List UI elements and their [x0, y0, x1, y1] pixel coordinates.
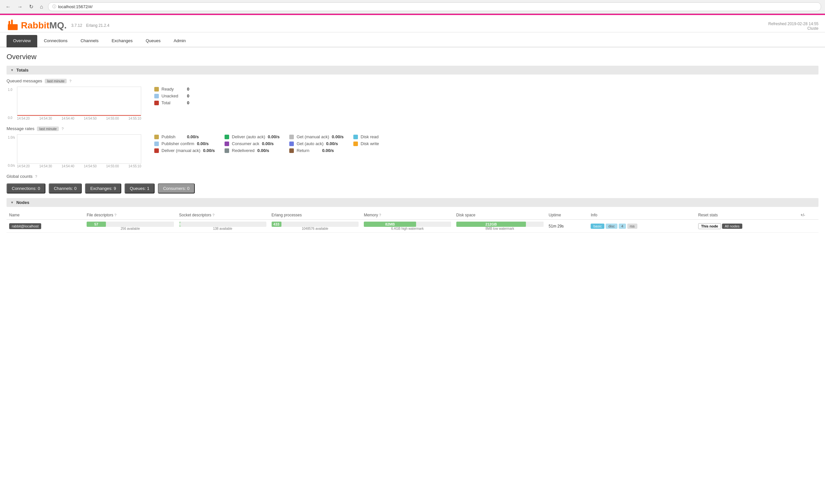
consumers-count[interactable]: Consumers: 0: [158, 184, 195, 194]
tab-channels[interactable]: Channels: [74, 35, 105, 48]
socket-desc-available: 138 available: [179, 227, 267, 230]
rates-col-2: Deliver (auto ack) 0.00/s Consumer ack 0…: [225, 134, 280, 153]
col-reset-stats: Reset stats: [695, 211, 798, 220]
publisher-confirm-color: [154, 142, 159, 146]
badge-rss[interactable]: rss: [627, 224, 638, 229]
deliver-auto-color: [225, 135, 229, 139]
return-color: [289, 148, 294, 153]
info-cell: basic disc 4 rss: [588, 220, 695, 233]
total-label: Total: [161, 100, 184, 105]
rates-chart: [17, 134, 141, 164]
tab-exchanges[interactable]: Exchanges: [105, 35, 139, 48]
legend-disk-write: Disk write: [353, 141, 392, 146]
badge-4[interactable]: 4: [619, 224, 626, 229]
tab-overview[interactable]: Overview: [7, 35, 37, 48]
x-label-4: 14:54:50: [84, 117, 97, 120]
x-label-2: 14:54:30: [39, 117, 52, 120]
disk-write-label: Disk write: [361, 141, 383, 146]
version-number: 3.7.12: [71, 23, 82, 28]
this-node-button[interactable]: This node: [698, 223, 721, 229]
legend-return: Return 0.00/s: [289, 148, 344, 153]
nodes-header-row: Name File descriptors ? Socket descripto…: [7, 211, 818, 220]
rx-label-2: 14:54:30: [39, 164, 52, 168]
rx-label-3: 14:54:40: [62, 164, 74, 168]
memory-fill: 82MB: [364, 222, 416, 227]
tab-connections[interactable]: Connections: [37, 35, 74, 48]
reload-button[interactable]: ↻: [27, 3, 35, 10]
logo-area: RabbitMQ. 3.7.12 Erlang 21.2.4: [7, 19, 109, 32]
queued-help-icon[interactable]: ?: [69, 79, 71, 83]
consumer-ack-color: [225, 142, 229, 146]
ready-label: Ready: [161, 87, 184, 91]
queued-messages-label: Queued messages last minute ?: [7, 78, 818, 83]
last-minute-badge: last minute: [45, 79, 67, 83]
return-label: Return: [296, 148, 319, 153]
badge-disc[interactable]: disc: [606, 224, 617, 229]
x-label-1: 14:54:20: [17, 117, 30, 120]
nodes-table: Name File descriptors ? Socket descripto…: [7, 211, 818, 233]
get-auto-color: [289, 142, 294, 146]
erlang-proc-available: 1048576 available: [272, 227, 359, 230]
rx-label-5: 14:55:00: [106, 164, 119, 168]
message-rates-label: Message rates last minute ?: [7, 126, 818, 131]
totals-section-header: ▼ Totals: [7, 66, 818, 75]
get-manual-label: Get (manual ack): [296, 134, 329, 139]
legend-deliver-manual: Deliver (manual ack) 0.00/s: [154, 148, 215, 153]
refresh-info: Refreshed 2019-02-28 14:55: [768, 20, 818, 26]
rates-chart-wrapper: 1.0/s 0.0/s 14:54:20 14:54:30 14:54:40 1…: [17, 134, 141, 169]
col-info: Info: [588, 211, 695, 220]
global-counts-help-icon[interactable]: ?: [35, 174, 37, 178]
redelivered-label: Redelivered: [232, 148, 254, 153]
queued-legend: Ready 0 Unacked 0 Total 0: [154, 87, 194, 105]
global-counts: Connections: 0 Channels: 0 Exchanges: 9 …: [7, 184, 818, 194]
file-desc-bar: 57: [87, 222, 174, 227]
disk-space-bar: 212GB: [456, 222, 543, 227]
erlang-proc-fill: 433: [272, 222, 282, 227]
chart-y-bottom: 0.0: [8, 116, 12, 120]
home-button[interactable]: ⌂: [38, 3, 45, 10]
redelivered-value: 0.00/s: [257, 148, 269, 153]
legend-consumer-ack: Consumer ack 0.00/s: [225, 141, 280, 146]
socket-desc-cell: 0 138 available: [176, 220, 269, 233]
x-label-5: 14:55:00: [106, 117, 119, 120]
node-name-cell: rabbit@localhost: [7, 220, 84, 233]
address-bar[interactable]: ⓘ localhost:15672/#/: [48, 2, 821, 11]
tab-queues[interactable]: Queues: [139, 35, 167, 48]
unacked-color: [154, 94, 159, 98]
uptime-cell: 51m 29s: [546, 220, 588, 233]
badge-basic[interactable]: basic: [591, 224, 604, 229]
legend-publish: Publish 0.00/s: [154, 134, 215, 139]
disk-write-color: [353, 142, 358, 146]
rx-label-6: 14:55:10: [129, 164, 141, 168]
col-name: Name: [7, 211, 84, 220]
channels-count[interactable]: Channels: 0: [49, 184, 82, 194]
deliver-auto-value: 0.00/s: [268, 134, 280, 139]
disk-read-label: Disk read: [361, 134, 383, 139]
logo-rabbit: Rabbit: [21, 20, 49, 30]
queues-count[interactable]: Queues: 1: [125, 184, 155, 194]
queued-chart: [17, 87, 141, 116]
publish-color: [154, 135, 159, 139]
totals-label: Totals: [16, 68, 28, 73]
memory-help[interactable]: ?: [379, 213, 381, 217]
rates-help-icon[interactable]: ?: [62, 127, 63, 131]
socket-desc-fill: 0: [179, 222, 181, 227]
publish-label: Publish: [161, 134, 184, 139]
deliver-manual-label: Deliver (manual ack): [161, 148, 200, 153]
tab-admin[interactable]: Admin: [167, 35, 192, 48]
exchanges-count[interactable]: Exchanges: 9: [85, 184, 121, 194]
file-desc-help[interactable]: ?: [115, 213, 117, 217]
nodes-chevron-icon: ▼: [10, 201, 14, 204]
rates-col-1: Publish 0.00/s Publisher confirm 0.00/s …: [154, 134, 215, 153]
disk-space-cell: 212GB 8MB low watermark: [454, 220, 546, 233]
col-disk-space: Disk space: [454, 211, 546, 220]
unacked-value: 0: [187, 93, 189, 98]
col-erlang-proc: Erlang processes: [269, 211, 362, 220]
back-button[interactable]: ←: [4, 3, 12, 10]
connections-count[interactable]: Connections: 0: [7, 184, 46, 194]
all-nodes-button[interactable]: All nodes: [722, 224, 742, 229]
rates-y-top: 1.0/s: [8, 136, 15, 139]
socket-desc-help[interactable]: ?: [213, 213, 214, 217]
chart-y-top: 1.0: [8, 88, 12, 91]
forward-button[interactable]: →: [16, 3, 24, 10]
